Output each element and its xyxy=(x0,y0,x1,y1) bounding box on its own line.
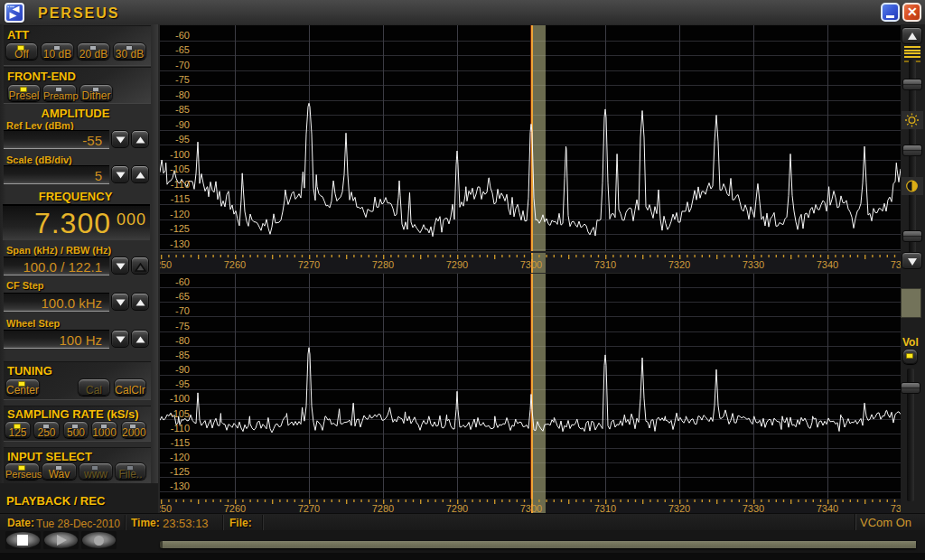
svg-text:-65: -65 xyxy=(175,291,190,302)
svg-text:-75: -75 xyxy=(175,321,190,331)
svg-text:-80: -80 xyxy=(175,335,190,346)
svg-text:-65: -65 xyxy=(175,44,190,55)
svg-text:-75: -75 xyxy=(175,74,190,85)
svg-text:-130: -130 xyxy=(170,481,190,491)
svg-text:-70: -70 xyxy=(175,60,190,70)
svg-text:-120: -120 xyxy=(170,452,190,462)
svg-text:-85: -85 xyxy=(175,350,190,360)
svg-text:-110: -110 xyxy=(171,423,190,434)
svg-text:7330: 7330 xyxy=(743,259,764,270)
svg-text:-115: -115 xyxy=(171,437,190,448)
svg-text:7250: 7250 xyxy=(160,259,172,270)
svg-text:-60: -60 xyxy=(175,276,190,287)
svg-text:-105: -105 xyxy=(170,408,190,419)
svg-text:-120: -120 xyxy=(170,209,190,219)
svg-text:7310: 7310 xyxy=(594,259,616,270)
svg-text:-130: -130 xyxy=(170,238,190,249)
svg-text:7290: 7290 xyxy=(446,259,468,270)
svg-text:7260: 7260 xyxy=(224,259,246,270)
svg-text:-100: -100 xyxy=(170,393,190,404)
svg-text:7300: 7300 xyxy=(520,259,542,270)
svg-text:-60: -60 xyxy=(175,30,190,41)
svg-text:7350: 7350 xyxy=(891,259,901,270)
svg-text:-90: -90 xyxy=(175,364,190,375)
svg-text:-110: -110 xyxy=(171,179,190,190)
svg-text:-95: -95 xyxy=(175,378,190,389)
svg-text:-90: -90 xyxy=(175,119,190,130)
svg-text:-80: -80 xyxy=(175,89,190,100)
svg-text:-95: -95 xyxy=(175,134,190,145)
svg-text:-125: -125 xyxy=(170,466,190,477)
svg-text:-100: -100 xyxy=(170,149,190,160)
svg-text:7340: 7340 xyxy=(817,259,838,270)
svg-text:-115: -115 xyxy=(171,193,190,204)
svg-text:-125: -125 xyxy=(170,223,190,234)
svg-text:7270: 7270 xyxy=(298,259,320,270)
svg-text:-70: -70 xyxy=(175,305,190,316)
svg-text:7280: 7280 xyxy=(372,259,394,270)
svg-text:-105: -105 xyxy=(170,163,190,174)
svg-text:7320: 7320 xyxy=(668,259,690,270)
svg-text:-85: -85 xyxy=(175,104,190,115)
